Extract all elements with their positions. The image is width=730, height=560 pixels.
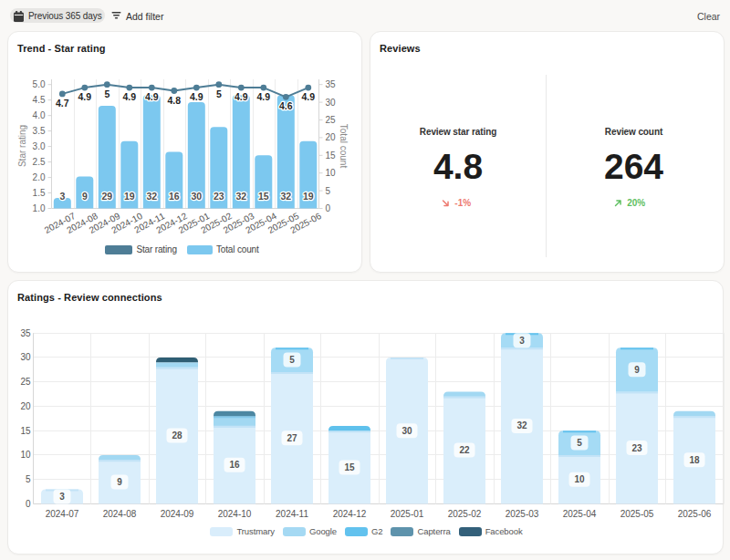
svg-text:35: 35 [20,328,31,338]
svg-text:25: 25 [326,115,337,125]
svg-text:30: 30 [191,191,202,202]
svg-text:9: 9 [634,365,640,375]
svg-text:9: 9 [82,191,88,202]
svg-text:4.7: 4.7 [56,98,69,109]
svg-text:5: 5 [104,88,110,99]
svg-text:3.0: 3.0 [33,141,46,151]
svg-text:32: 32 [280,191,291,202]
svg-text:Star rating: Star rating [17,125,27,167]
svg-text:4.6: 4.6 [279,100,293,111]
svg-text:5: 5 [289,355,295,365]
svg-text:3: 3 [59,492,65,502]
svg-text:2.5: 2.5 [33,157,46,167]
svg-text:35: 35 [326,79,337,89]
svg-text:15: 15 [344,462,355,472]
svg-text:16: 16 [169,191,180,202]
svg-text:2024-10: 2024-10 [218,509,252,519]
svg-text:19: 19 [124,191,135,202]
svg-text:4.0: 4.0 [33,110,46,120]
svg-text:4.9: 4.9 [145,91,159,102]
svg-text:22: 22 [459,445,470,455]
svg-text:32: 32 [516,420,527,430]
svg-text:10: 10 [574,474,585,484]
svg-text:2024-07: 2024-07 [46,509,79,519]
svg-text:1.5: 1.5 [33,188,46,198]
svg-text:4.9: 4.9 [190,91,203,102]
svg-text:0: 0 [26,499,31,509]
svg-text:32: 32 [146,191,157,202]
svg-text:2025-01: 2025-01 [391,509,424,519]
svg-text:5: 5 [577,438,582,448]
svg-text:15: 15 [20,426,31,436]
svg-text:5: 5 [216,88,222,99]
svg-text:2024-09: 2024-09 [161,509,194,519]
svg-text:9: 9 [117,477,122,487]
svg-text:2025-06: 2025-06 [678,509,712,519]
svg-text:5.0: 5.0 [33,79,46,89]
svg-text:2.0: 2.0 [33,172,46,182]
svg-text:29: 29 [101,191,112,202]
svg-text:0: 0 [326,203,331,213]
svg-text:1.0: 1.0 [33,203,46,213]
svg-text:2025-04: 2025-04 [563,509,597,519]
svg-text:25: 25 [20,377,31,387]
svg-text:Total count: Total count [339,124,349,169]
svg-text:30: 30 [402,426,412,436]
svg-text:20: 20 [326,132,337,142]
svg-text:27: 27 [287,433,297,443]
svg-text:4.9: 4.9 [256,91,270,102]
svg-text:28: 28 [172,430,182,441]
svg-text:4.9: 4.9 [122,91,136,102]
svg-text:5: 5 [26,474,31,484]
svg-text:4.9: 4.9 [301,91,315,102]
svg-text:19: 19 [303,191,314,202]
svg-text:30: 30 [20,352,31,362]
svg-text:2024-11: 2024-11 [276,509,308,519]
svg-text:3.5: 3.5 [33,126,46,136]
svg-text:3: 3 [59,191,65,202]
svg-text:4.9: 4.9 [235,91,248,102]
svg-text:2024-08: 2024-08 [103,509,137,519]
svg-text:16: 16 [229,460,240,470]
svg-text:2025-03: 2025-03 [506,509,539,519]
svg-text:23: 23 [631,443,642,453]
svg-text:4.8: 4.8 [167,95,181,106]
svg-text:2025-02: 2025-02 [448,509,482,519]
svg-text:5: 5 [326,186,331,196]
svg-text:10: 10 [326,168,337,178]
svg-text:4.9: 4.9 [78,91,91,102]
svg-text:20: 20 [20,401,31,411]
svg-text:3: 3 [519,336,525,346]
svg-text:10: 10 [20,450,31,460]
svg-text:23: 23 [214,191,224,202]
svg-text:4.5: 4.5 [33,95,46,105]
svg-text:15: 15 [326,150,337,161]
svg-text:32: 32 [235,191,246,202]
svg-text:18: 18 [689,455,700,465]
svg-text:2025-05: 2025-05 [620,509,654,519]
svg-text:15: 15 [258,191,269,202]
svg-text:2024-12: 2024-12 [333,509,367,519]
svg-text:30: 30 [326,98,337,108]
